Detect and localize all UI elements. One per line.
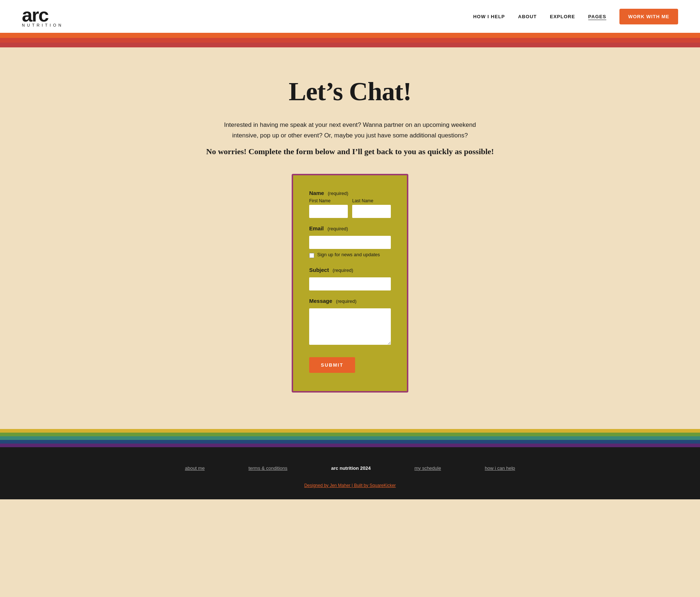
- logo[interactable]: arc nutrition: [22, 5, 63, 27]
- footer-terms[interactable]: terms & conditions: [248, 465, 287, 471]
- first-name-col: First Name: [309, 198, 348, 218]
- footer-my-schedule[interactable]: my schedule: [415, 465, 441, 471]
- rainbow-stripe-bottom: [0, 429, 700, 447]
- stripe-3: [0, 43, 700, 47]
- footer-nav: about me terms & conditions arc nutritio…: [7, 465, 693, 471]
- bottom-stripe-1: [0, 429, 700, 433]
- stripe-2: [0, 38, 700, 43]
- nav-explore[interactable]: EXPLORE: [550, 14, 575, 19]
- email-field-group: Email (required) Sign up for news and up…: [309, 225, 391, 260]
- footer-about-me[interactable]: about me: [185, 465, 205, 471]
- page-title: Let’s Chat!: [7, 77, 693, 107]
- bottom-stripe-4: [0, 440, 700, 444]
- intro-text: Interested in having me speak at your ne…: [215, 120, 485, 141]
- stripe-1: [0, 33, 700, 38]
- bottom-stripe-5: [0, 444, 700, 447]
- newsletter-checkbox-row: Sign up for news and updates: [309, 252, 391, 260]
- nav-about[interactable]: ABOUT: [518, 14, 537, 19]
- email-input[interactable]: [309, 236, 391, 249]
- message-field-group: Message (required): [309, 298, 391, 346]
- footer-credit: Designed by Jen Maher | Built by SquareK…: [7, 482, 693, 488]
- logo-nutrition: nutrition: [22, 23, 63, 27]
- message-textarea[interactable]: [309, 308, 391, 345]
- name-row: First Name Last Name: [309, 198, 391, 218]
- name-field-group: Name (required) First Name Last Name: [309, 190, 391, 218]
- contact-form-container: Name (required) First Name Last Name Ema…: [292, 174, 408, 393]
- newsletter-label: Sign up for news and updates: [317, 252, 380, 257]
- last-name-label: Last Name: [352, 198, 391, 203]
- main-nav: HOW I HELP ABOUT EXPLORE PAGES WORK WITH…: [473, 9, 678, 24]
- footer-how-i-can-help[interactable]: how i can help: [485, 465, 515, 471]
- email-label: Email (required): [309, 225, 391, 231]
- nav-pages[interactable]: PAGES: [588, 14, 606, 19]
- nav-how-i-help[interactable]: HOW I HELP: [473, 14, 505, 19]
- first-name-input[interactable]: [309, 205, 348, 218]
- footer-copyright: arc nutrition 2024: [331, 465, 370, 471]
- main-content: Let’s Chat! Interested in having me spea…: [0, 47, 700, 429]
- first-name-label: First Name: [309, 198, 348, 203]
- submit-button[interactable]: SUBMIT: [309, 357, 355, 373]
- logo-arc: arc: [22, 5, 48, 24]
- bottom-stripe-3: [0, 436, 700, 440]
- subject-label: Subject (required): [309, 267, 391, 273]
- last-name-col: Last Name: [352, 198, 391, 218]
- rainbow-stripe-top: [0, 33, 700, 47]
- subject-input[interactable]: [309, 277, 391, 290]
- subject-field-group: Subject (required): [309, 267, 391, 290]
- site-footer: about me terms & conditions arc nutritio…: [0, 447, 700, 499]
- nav-cta-work-with-me[interactable]: WORK WITH ME: [619, 9, 678, 24]
- last-name-input[interactable]: [352, 205, 391, 218]
- site-header: arc nutrition HOW I HELP ABOUT EXPLORE P…: [0, 0, 700, 33]
- bottom-stripe-2: [0, 433, 700, 436]
- message-label: Message (required): [309, 298, 391, 304]
- footer-credit-link[interactable]: Designed by Jen Maher | Built by SquareK…: [304, 483, 396, 488]
- newsletter-checkbox[interactable]: [309, 253, 314, 258]
- name-label: Name (required): [309, 190, 391, 196]
- no-worries-text: No worries! Complete the form below and …: [7, 147, 693, 156]
